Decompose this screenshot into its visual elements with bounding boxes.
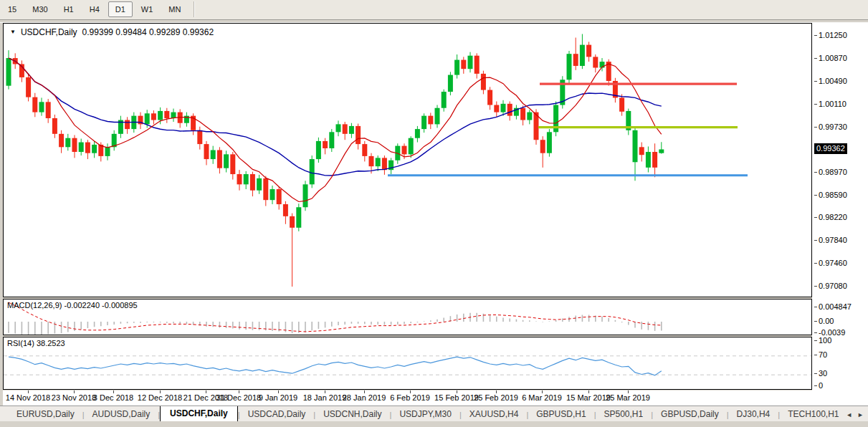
price-axis-label: 0.97080 [819,282,847,290]
timeframe-m30[interactable]: M30 [25,1,54,17]
ma-slow-line[interactable] [9,58,662,176]
tab-dj30[interactable]: DJ30,H4 [729,407,778,421]
price-axis-label: 1.00110 [819,100,846,108]
rsi-axis-label: 30 [819,369,827,378]
tab-eurusd[interactable]: EURUSD,Daily [9,407,82,421]
price-axis-label: 1.00490 [819,77,847,85]
timeframe-mn[interactable]: MN [161,1,188,17]
timeframe-w1[interactable]: W1 [134,1,161,17]
macd-histogram [9,312,662,334]
main-chart-panel[interactable]: ▼ USDCHF,Daily 0.99399 0.99484 0.99289 0… [3,23,812,297]
timeframe-bar: 15M30H1H4D1W1MN [0,1,189,17]
tab-scroll-controls: ◄► [840,407,868,422]
price-axis-label: 0.98970 [819,168,847,176]
charts-column: ▼ USDCHF,Daily 0.99399 0.99484 0.99289 0… [3,23,812,406]
macd-axis-label: 0.00 [819,317,834,325]
tab-sp500[interactable]: SP500,H1 [596,407,652,421]
rsi-line [9,357,662,375]
tab-usdchf[interactable]: USDCHF,Daily [160,406,238,421]
macd-title: MACD(12,26,9) -0.002240 -0.000895 [7,301,138,310]
chart-workspace: ▼ USDCHF,Daily 0.99399 0.99484 0.99289 0… [0,23,868,406]
timeframe-h4[interactable]: H4 [82,1,107,17]
macd-axis-label: 0.004847 [819,302,852,311]
price-axis-label: 0.98220 [819,213,847,221]
tabs-scroll-left-icon[interactable]: ◄ [846,411,852,418]
bottom-strip [0,421,868,427]
timeframe-d1[interactable]: D1 [108,1,133,17]
rsi-axis-label: 0 [819,381,823,390]
rsi-axis-label: 70 [819,350,827,359]
chevron-down-icon[interactable]: ▼ [10,29,16,35]
price-axis-label: 0.97460 [819,259,847,267]
tabs-scroll-right-icon[interactable]: ► [857,411,864,418]
ohlc-label: 0.99399 0.99484 0.99289 0.99362 [82,27,214,37]
tab-gbpusd[interactable]: GBPUSD,Daily [653,407,727,421]
tab-usdcnh[interactable]: USDCNH,Daily [315,407,389,421]
rsi-chart[interactable] [4,337,811,389]
tab-xauusd[interactable]: XAUUSD,H4 [462,407,527,421]
toolbar-separator [194,1,195,17]
date-label: 25 Mar 2019 [601,393,655,402]
tab-tech100[interactable]: TECH100,H1 [780,407,846,421]
date-axis[interactable]: 14 Nov 201823 Nov 20183 Dec 201812 Dec 2… [3,390,812,406]
tab-gbpusd[interactable]: GBPUSD,H1 [528,407,593,421]
tab-audusd[interactable]: AUDUSD,Daily [85,407,158,421]
rsi-title: RSI(14) 38.2523 [7,339,65,347]
rsi-axis-label: 100 [819,336,831,345]
timeframe-toolbar: 15M30H1H4D1W1MN [0,0,868,20]
price-axis-label: 0.98590 [819,191,847,199]
candlestick-chart[interactable] [4,24,811,297]
chart-tab-bar: EURUSD,Daily|AUDUSD,Daily|USDCHF,Daily|U… [0,406,868,422]
price-axis-label: 1.01250 [819,31,847,39]
macd-panel[interactable]: MACD(12,26,9) -0.002240 -0.000895 [3,299,812,335]
tab-usdcad[interactable]: USDCAD,Daily [240,407,314,421]
trading-app-window: 15M30H1H4D1W1MN ▼ USDCHF,Daily 0.99399 0… [0,0,868,427]
chart-legend: ▼ USDCHF,Daily 0.99399 0.99484 0.99289 0… [10,27,214,37]
timeframe-15[interactable]: 15 [1,1,24,17]
current-price-badge: 0.99362 [814,143,847,154]
price-axis-label: 0.99730 [819,123,847,131]
rsi-panel[interactable]: RSI(14) 38.2523 [3,337,812,390]
candles-layer [6,34,664,287]
tab-usdjpy[interactable]: USDJPY,M30 [391,407,459,421]
price-axis-label: 1.00870 [819,54,847,62]
symbol-label: USDCHF,Daily [21,27,77,37]
price-axis[interactable]: 1.012501.008701.004901.001100.997300.989… [812,23,868,406]
timeframe-h1[interactable]: H1 [57,1,81,17]
price-axis-label: 0.97840 [819,236,847,244]
ma-fast-line[interactable] [9,58,662,201]
